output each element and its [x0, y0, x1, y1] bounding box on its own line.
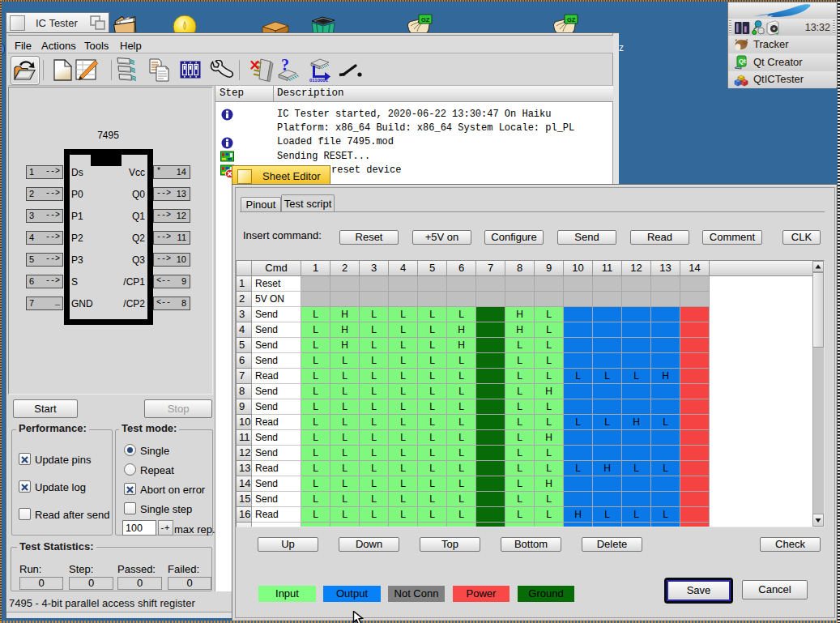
- svg-text:0110001: 0110001: [309, 78, 329, 83]
- svg-text:GZ: GZ: [421, 16, 430, 23]
- svg-text:Qt: Qt: [739, 58, 746, 65]
- svg-text:GZ: GZ: [567, 16, 576, 23]
